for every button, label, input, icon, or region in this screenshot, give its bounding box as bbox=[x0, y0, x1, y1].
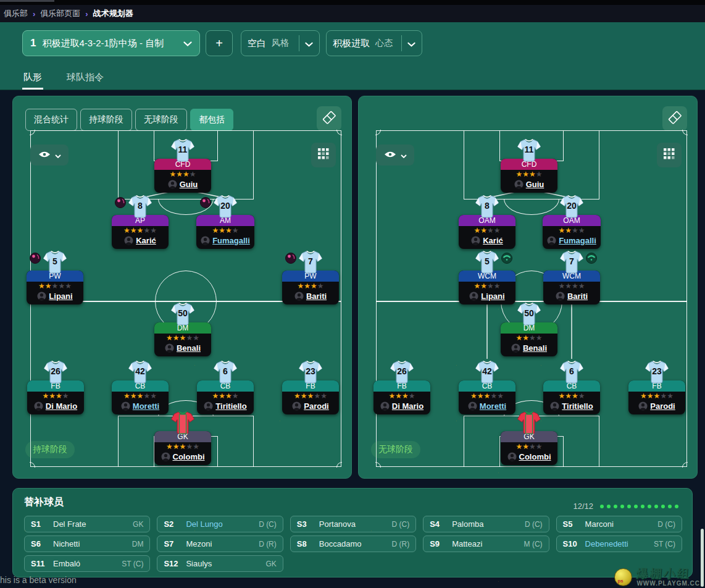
player-name[interactable]: Fumagalli bbox=[212, 236, 250, 245]
substitute-card[interactable]: S11 Embaló ST (C) bbox=[24, 555, 150, 572]
grid-view-button[interactable] bbox=[657, 143, 682, 167]
player-card[interactable]: OAM ★★★★★ Karić bbox=[459, 215, 515, 249]
player-shirt[interactable]: 23 bbox=[645, 359, 669, 384]
player-unit[interactable]: 26 FB ★★★★★ Di Mario bbox=[22, 359, 90, 414]
player-name[interactable]: Parodi bbox=[650, 401, 675, 411]
player-unit[interactable]: 20 OAM ★★★★★ Fumagalli bbox=[538, 194, 606, 249]
substitute-card[interactable]: S4 Palomba D (C) bbox=[423, 516, 549, 532]
player-name[interactable]: Benali bbox=[177, 343, 201, 353]
scrollbar-thumb[interactable] bbox=[701, 529, 704, 587]
player-name[interactable]: Benali bbox=[523, 343, 547, 353]
substitute-name[interactable]: Siaulys bbox=[186, 559, 259, 568]
player-name[interactable]: Colombi bbox=[173, 452, 205, 461]
substitute-name[interactable]: Boccadamo bbox=[319, 539, 386, 548]
substitute-name[interactable]: Palomba bbox=[452, 519, 519, 529]
player-shirt[interactable]: 26 bbox=[390, 359, 414, 384]
player-shirt[interactable]: 50 bbox=[517, 301, 541, 326]
player-name[interactable]: Colombi bbox=[519, 452, 551, 461]
player-unit[interactable]: 7 PW ★★★★★ Bariti bbox=[277, 250, 344, 304]
player-name[interactable]: Bariti bbox=[306, 292, 327, 301]
player-unit[interactable]: 42 CB ★★★★★ Moretti bbox=[106, 359, 174, 414]
player-unit[interactable]: 23 FB ★★★★★ Parodi bbox=[277, 359, 344, 414]
substitute-name[interactable]: Debenedetti bbox=[585, 539, 648, 548]
visibility-dropdown[interactable] bbox=[30, 145, 69, 166]
player-card[interactable]: DM ★★★★★ Benali bbox=[154, 322, 211, 356]
player-card[interactable]: GK ★★★★★ Colombi bbox=[154, 431, 211, 465]
player-name[interactable]: Guiu bbox=[180, 180, 198, 189]
player-shirt[interactable]: 42 bbox=[128, 359, 152, 384]
player-shirt[interactable] bbox=[517, 410, 541, 435]
tactic-select-dropdown[interactable]: 1 积极进取4-3-2-1防中场 - 自制 bbox=[22, 30, 200, 56]
player-unit[interactable]: 20 AM ★★★★★ Fumagalli bbox=[191, 194, 259, 249]
player-shirt[interactable]: 8 bbox=[475, 194, 499, 219]
substitute-name[interactable]: Marconi bbox=[585, 519, 652, 529]
player-name[interactable]: Lipani bbox=[481, 292, 504, 301]
player-shirt[interactable]: 6 bbox=[559, 359, 584, 384]
player-card[interactable]: FB ★★★★★ Parodi bbox=[282, 380, 339, 414]
player-card[interactable]: FB ★★★★★ Di Mario bbox=[373, 380, 430, 414]
player-unit[interactable]: 50 DM ★★★★★ Benali bbox=[149, 301, 217, 356]
player-shirt[interactable]: 50 bbox=[170, 301, 195, 326]
mentality-dropdown[interactable]: 积极进取 心态 bbox=[326, 30, 422, 56]
player-unit[interactable]: 11 CFD ★★★★★ Guiu bbox=[495, 138, 563, 193]
player-name[interactable]: Lipani bbox=[49, 292, 72, 301]
player-unit[interactable]: GK ★★★★★ Colombi bbox=[149, 410, 217, 465]
filter-in-possession[interactable]: 持球阶段 bbox=[80, 109, 132, 131]
substitute-name[interactable]: Embaló bbox=[53, 559, 115, 568]
substitute-name[interactable]: Mezoni bbox=[186, 539, 252, 548]
player-card[interactable]: CFD ★★★★★ Guiu bbox=[154, 159, 211, 193]
player-name[interactable]: Parodi bbox=[304, 401, 328, 411]
player-name[interactable]: Moretti bbox=[133, 401, 159, 411]
player-shirt[interactable]: 11 bbox=[517, 138, 541, 162]
tab-team-instructions[interactable]: 球队指令 bbox=[65, 64, 105, 90]
player-card[interactable]: AP ★★★★★ Karić bbox=[112, 215, 169, 249]
substitute-card[interactable]: S10 Debenedetti ST (C) bbox=[556, 536, 682, 552]
substitute-card[interactable]: S12 Siaulys GK bbox=[157, 555, 283, 572]
player-unit[interactable]: 8 OAM ★★★★★ Karić bbox=[453, 194, 521, 249]
player-unit[interactable]: 8 AP ★★★★★ Karić bbox=[106, 194, 174, 249]
player-unit[interactable]: 50 DM ★★★★★ Benali bbox=[495, 301, 563, 356]
player-shirt[interactable]: 6 bbox=[213, 359, 238, 384]
substitute-card[interactable]: S7 Mezoni D (R) bbox=[157, 536, 283, 552]
player-unit[interactable]: 6 CB ★★★★★ Tiritiello bbox=[191, 359, 259, 414]
substitute-card[interactable]: S6 Nichetti DM bbox=[24, 536, 150, 552]
style-dropdown[interactable]: 空白 风格 bbox=[241, 30, 320, 56]
player-card[interactable]: FB ★★★★★ Parodi bbox=[628, 380, 685, 414]
player-card[interactable]: CB ★★★★★ Moretti bbox=[112, 380, 169, 414]
player-shirt[interactable] bbox=[170, 410, 195, 435]
player-shirt[interactable]: 23 bbox=[298, 359, 323, 384]
player-name[interactable]: Bariti bbox=[567, 292, 588, 301]
player-unit[interactable]: 6 CB ★★★★★ Tiritiello bbox=[538, 359, 606, 414]
player-shirt[interactable]: 7 bbox=[298, 250, 323, 274]
player-shirt[interactable]: 5 bbox=[475, 250, 499, 274]
filter-out-of-possession[interactable]: 无球阶段 bbox=[135, 109, 187, 131]
filter-include-all[interactable]: 都包括 bbox=[190, 109, 233, 131]
player-name[interactable]: Karić bbox=[136, 236, 156, 245]
player-shirt[interactable]: 11 bbox=[170, 138, 195, 162]
player-card[interactable]: PW ★★★★★ Bariti bbox=[282, 271, 339, 304]
player-card[interactable]: OAM ★★★★★ Fumagalli bbox=[543, 215, 601, 249]
player-unit[interactable]: 11 CFD ★★★★★ Guiu bbox=[149, 138, 217, 193]
player-name[interactable]: Tiritiello bbox=[215, 401, 246, 411]
player-name[interactable]: Di Mario bbox=[46, 401, 77, 411]
player-card[interactable]: CB ★★★★★ Tiritiello bbox=[197, 380, 254, 414]
player-unit[interactable]: 26 FB ★★★★★ Di Mario bbox=[368, 359, 436, 414]
player-card[interactable]: DM ★★★★★ Benali bbox=[501, 322, 557, 356]
player-shirt[interactable]: 26 bbox=[43, 359, 68, 384]
player-unit[interactable]: GK ★★★★★ Colombi bbox=[495, 410, 563, 465]
player-name[interactable]: Tiritiello bbox=[562, 401, 593, 411]
player-name[interactable]: Karić bbox=[483, 236, 503, 245]
player-card[interactable]: CFD ★★★★★ Guiu bbox=[501, 159, 557, 193]
player-shirt[interactable]: 20 bbox=[559, 194, 584, 219]
player-card[interactable]: AM ★★★★★ Fumagalli bbox=[196, 215, 254, 249]
player-unit[interactable]: 42 CB ★★★★★ Moretti bbox=[453, 359, 521, 414]
tab-formation[interactable]: 队形 bbox=[22, 64, 43, 90]
player-card[interactable]: WCM ★★★★★ Bariti bbox=[543, 271, 600, 304]
substitute-name[interactable]: Del Frate bbox=[53, 519, 127, 529]
breadcrumb-club-page[interactable]: 俱乐部页面 bbox=[40, 8, 80, 19]
player-card[interactable]: PW ★★★★★ Lipani bbox=[27, 271, 83, 304]
substitute-card[interactable]: S9 Matteazi M (C) bbox=[423, 536, 549, 552]
player-shirt[interactable]: 8 bbox=[128, 194, 152, 219]
substitute-card[interactable]: S8 Boccadamo D (R) bbox=[290, 536, 416, 552]
player-name[interactable]: Fumagalli bbox=[559, 236, 596, 245]
